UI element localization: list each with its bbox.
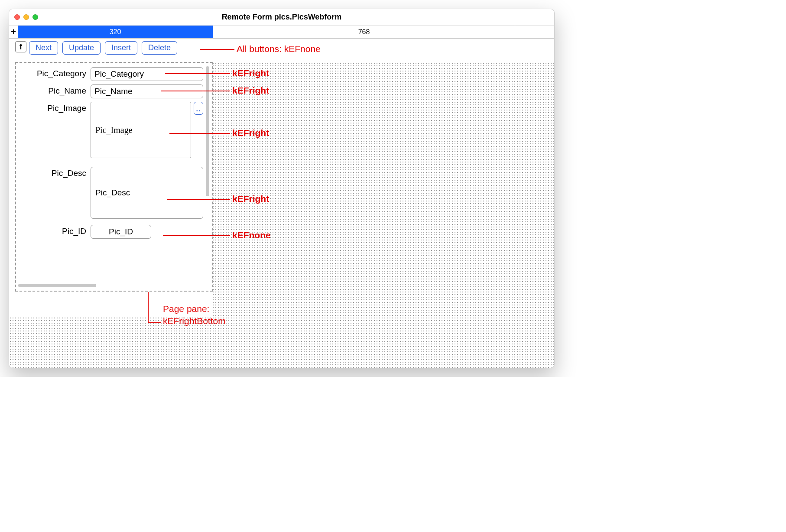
annotation-leader-pagepane-v [148,292,149,322]
annotation-pagepane-1: Page pane: [163,304,209,314]
titlebar: Remote Form pics.PicsWebform [9,9,554,26]
field-pic-name[interactable]: Pic_Name [91,84,203,98]
annotation-leader-id [163,235,230,236]
annotation-category: kEFright [232,68,269,78]
annotation-pagepane-2: kEFrightBottom [163,316,226,326]
form-inner: Pic_Category Pic_Category Pic_Name Pic_N… [21,67,203,242]
annotation-leader-name [161,91,230,91]
label-pic-name: Pic_Name [21,84,91,96]
annotation-id: kEFnone [232,230,271,240]
breakpoint-768[interactable]: 768 [213,26,515,38]
breakpoint-320[interactable]: 320 [18,26,213,38]
pic-image-text: Pic_Image [95,125,133,135]
close-icon[interactable] [14,14,20,20]
button-row: Next Update Insert Delete [29,41,177,55]
design-canvas[interactable]: f Next Update Insert Delete Pic_Category… [9,39,554,368]
field-pic-image[interactable]: Pic_Image [91,102,191,158]
field-pic-id[interactable]: Pic_ID [91,225,151,239]
breakpoint-bar: + 320 768 [9,26,554,39]
window-title: Remote Form pics.PicsWebform [9,13,554,22]
label-pic-image: Pic_Image [21,102,91,113]
row-pic-category: Pic_Category Pic_Category [21,67,203,81]
form-badge[interactable]: f [15,41,26,52]
annotation-name: kEFright [232,85,269,96]
breakpoint-end [515,26,554,38]
delete-button[interactable]: Delete [142,41,177,55]
annotation-leader-buttons [200,49,234,50]
annotation-leader-desc [167,199,230,200]
traffic-lights [14,14,38,20]
minimize-icon[interactable] [23,14,29,20]
annotation-leader-category [165,73,230,74]
annotation-leader-pagepane-h [148,322,161,323]
label-pic-category: Pic_Category [21,67,91,78]
row-pic-name: Pic_Name Pic_Name [21,84,203,98]
label-pic-id: Pic_ID [21,225,91,236]
image-block: Pic_Image .. [91,102,203,158]
page-pane[interactable]: Pic_Category Pic_Category Pic_Name Pic_N… [15,62,213,292]
next-button[interactable]: Next [29,41,58,55]
field-pic-desc[interactable]: Pic_Desc [91,167,203,219]
insert-button[interactable]: Insert [105,41,137,55]
row-pic-desc: Pic_Desc Pic_Desc [21,167,203,219]
maximize-icon[interactable] [32,14,38,20]
row-pic-image: Pic_Image Pic_Image .. [21,102,203,158]
browse-button[interactable]: .. [194,102,203,115]
row-pic-id: Pic_ID Pic_ID [21,225,203,239]
annotation-buttons: All buttons: kEFnone [237,44,321,54]
annotation-leader-image [169,133,230,134]
annotation-desc: kEFright [232,194,269,204]
field-pic-category[interactable]: Pic_Category [91,67,203,81]
label-pic-desc: Pic_Desc [21,167,91,178]
vertical-scrollbar[interactable] [206,66,209,196]
window: Remote Form pics.PicsWebform + 320 768 f… [9,9,555,368]
update-button[interactable]: Update [62,41,101,55]
annotation-image: kEFright [232,128,269,138]
add-breakpoint-button[interactable]: + [9,26,18,38]
